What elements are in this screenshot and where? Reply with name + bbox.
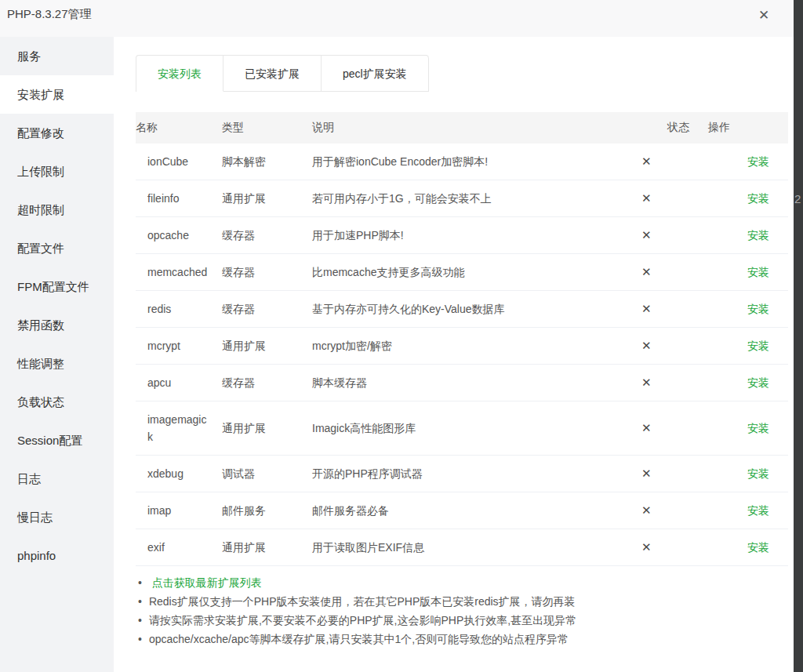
tab[interactable]: 安装列表 <box>136 56 223 92</box>
sidebar-item[interactable]: 超时限制 <box>0 191 114 229</box>
extension-name: ionCube <box>136 143 222 180</box>
status-not-installed-icon: ✕ <box>641 540 652 554</box>
table-row: exif 通用扩展 用于读取图片EXIF信息 ✕ 安装 <box>136 529 788 566</box>
column-header: 状态 <box>641 112 708 143</box>
status-not-installed-icon: ✕ <box>641 265 652 278</box>
install-link[interactable]: 安装 <box>747 303 769 315</box>
install-link[interactable]: 安装 <box>747 266 769 278</box>
tab-label: 安装列表 <box>158 67 202 80</box>
install-link[interactable]: 安装 <box>747 155 769 168</box>
extension-name: redis <box>136 291 222 328</box>
sidebar-item-label: 超时限制 <box>17 203 64 216</box>
sidebar-item[interactable]: 服务 <box>0 37 114 75</box>
note-item: 点击获取最新扩展列表 <box>138 576 788 590</box>
install-link[interactable]: 安装 <box>747 504 769 517</box>
sidebar-item[interactable]: 性能调整 <box>0 344 114 383</box>
extension-type: 通用扩展 <box>222 401 312 456</box>
column-header: 类型 <box>222 112 312 143</box>
extension-name: imap <box>136 492 222 529</box>
status-not-installed-icon: ✕ <box>641 302 652 315</box>
status-not-installed-icon: ✕ <box>641 376 652 389</box>
note-item: 请按实际需求安装扩展,不要安装不必要的PHP扩展,这会影响PHP执行效率,甚至出… <box>138 613 788 628</box>
sidebar-item-label: 性能调整 <box>17 357 64 370</box>
table-row: redis 缓存器 基于内存亦可持久化的Key-Value数据库 ✕ 安装 <box>136 291 788 328</box>
sidebar-item[interactable]: 安装扩展 <box>0 75 114 114</box>
status-not-installed-icon: ✕ <box>641 421 652 434</box>
table-row: opcache 缓存器 用于加速PHP脚本! ✕ 安装 <box>136 217 788 254</box>
sidebar-item-label: Session配置 <box>17 434 82 447</box>
sidebar-item[interactable]: Session配置 <box>0 421 114 460</box>
install-link[interactable]: 安装 <box>747 192 769 205</box>
status-not-installed-icon: ✕ <box>641 191 652 205</box>
extension-type: 缓存器 <box>222 291 312 328</box>
install-link[interactable]: 安装 <box>747 422 769 434</box>
install-link[interactable]: 安装 <box>747 376 769 389</box>
page-title: PHP-8.3.27管理 <box>7 7 92 22</box>
sidebar-item-label: 禁用函数 <box>17 318 64 332</box>
sidebar-item[interactable]: phpinfo <box>0 536 114 575</box>
sidebar-item-label: 上传限制 <box>17 165 64 178</box>
sidebar-item[interactable]: 上传限制 <box>0 152 114 191</box>
install-link[interactable]: 安装 <box>747 340 769 352</box>
table-header-row: 名称 类型 说明 状态 操作 <box>136 112 788 143</box>
sidebar-item-label: 日志 <box>17 472 41 485</box>
install-link[interactable]: 安装 <box>747 541 769 554</box>
table-row: imagemagick 通用扩展 Imagick高性能图形库 ✕ 安装 <box>136 401 788 456</box>
sidebar-item-label: FPM配置文件 <box>17 280 89 293</box>
sidebar-item[interactable]: FPM配置文件 <box>0 267 114 306</box>
extension-description: 脚本缓存器 <box>312 365 641 401</box>
sidebar-item[interactable]: 慢日志 <box>0 498 114 536</box>
extension-description: 用于读取图片EXIF信息 <box>312 529 641 566</box>
column-header: 说明 <box>312 112 641 143</box>
note-item: opcache/xcache/apc等脚本缓存扩展,请只安装其中1个,否则可能导… <box>138 632 788 647</box>
sidebar-item[interactable]: 负载状态 <box>0 383 114 421</box>
background-strip: 2 <box>794 0 803 672</box>
status-not-installed-icon: ✕ <box>641 503 652 517</box>
column-header: 操作 <box>708 112 788 143</box>
extension-type: 通用扩展 <box>222 529 312 566</box>
column-header: 名称 <box>136 112 222 143</box>
extension-type: 调试器 <box>222 456 312 492</box>
install-link[interactable]: 安装 <box>747 229 769 242</box>
extension-description: 若可用内存小于1G，可能会安装不上 <box>312 180 641 217</box>
extension-name: opcache <box>136 217 222 254</box>
extension-name: memcached <box>136 254 222 291</box>
sidebar-item-label: phpinfo <box>17 549 56 562</box>
sidebar-item-label: 负载状态 <box>17 395 64 409</box>
sidebar: 服务 安装扩展 配置修改 上传限制 超时限制 配置文件 FPM配置文件 禁用函数… <box>0 37 114 672</box>
extension-type: 缓存器 <box>222 365 312 401</box>
extension-name: exif <box>136 529 222 566</box>
extension-description: Imagick高性能图形库 <box>312 401 641 456</box>
extension-type: 缓存器 <box>222 217 312 254</box>
sidebar-item-label: 服务 <box>17 49 41 63</box>
sidebar-item-label: 慢日志 <box>17 510 53 524</box>
tab[interactable]: 已安装扩展 <box>223 56 322 92</box>
extension-description: 基于内存亦可持久化的Key-Value数据库 <box>312 291 641 328</box>
sidebar-item[interactable]: 配置文件 <box>0 229 114 267</box>
extensions-table: 名称 类型 说明 状态 操作 ionCube 脚本解密 用于解密ionCube … <box>136 112 788 566</box>
tab-label: pecl扩展安装 <box>343 67 407 80</box>
tab-bar: 安装列表 已安装扩展 pecl扩展安装 <box>136 55 429 92</box>
refresh-extensions-link[interactable]: 点击获取最新扩展列表 <box>152 576 262 589</box>
modal-titlebar: PHP-8.3.27管理 ✕ <box>0 0 794 37</box>
extension-type: 缓存器 <box>222 254 312 291</box>
install-link[interactable]: 安装 <box>747 467 769 480</box>
table-row: imap 邮件服务 邮件服务器必备 ✕ 安装 <box>136 492 788 529</box>
sidebar-item[interactable]: 配置修改 <box>0 114 114 152</box>
table-row: xdebug 调试器 开源的PHP程序调试器 ✕ 安装 <box>136 456 788 492</box>
note-item: Redis扩展仅支持一个PHP版本安装使用，若在其它PHP版本已安装redis扩… <box>138 594 788 609</box>
tab[interactable]: pecl扩展安装 <box>322 56 429 92</box>
tab-label: 已安装扩展 <box>245 67 300 80</box>
table-row: memcached 缓存器 比memcache支持更多高级功能 ✕ 安装 <box>136 254 788 291</box>
extension-description: 开源的PHP程序调试器 <box>312 456 641 492</box>
extension-description: 邮件服务器必备 <box>312 492 641 529</box>
extension-description: mcrypt加密/解密 <box>312 328 641 365</box>
table-row: mcrypt 通用扩展 mcrypt加密/解密 ✕ 安装 <box>136 328 788 365</box>
sidebar-item[interactable]: 禁用函数 <box>0 306 114 344</box>
background-strip-text: 2 <box>794 192 801 205</box>
status-not-installed-icon: ✕ <box>641 154 652 168</box>
status-not-installed-icon: ✕ <box>641 467 652 480</box>
close-icon[interactable]: ✕ <box>754 6 773 25</box>
status-not-installed-icon: ✕ <box>641 339 652 352</box>
sidebar-item[interactable]: 日志 <box>0 460 114 498</box>
